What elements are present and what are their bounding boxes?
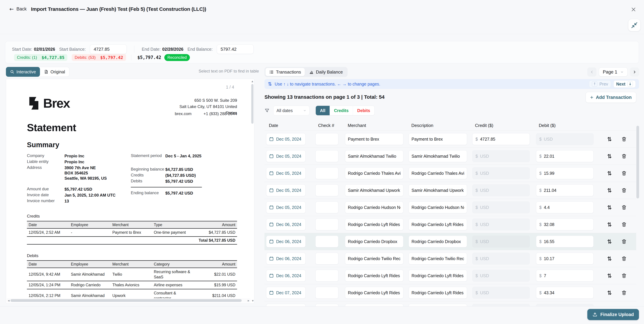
check-number-field[interactable] bbox=[316, 167, 338, 179]
scroll-left-icon[interactable]: ◀ bbox=[7, 299, 10, 302]
debit-field[interactable]: $USD bbox=[536, 304, 594, 306]
date-field[interactable]: Dec 06, 2024 bbox=[266, 236, 306, 248]
scrollbar-thumb[interactable] bbox=[10, 299, 242, 302]
check-number-field[interactable] bbox=[316, 133, 338, 145]
credit-field[interactable]: $USD bbox=[472, 304, 530, 306]
check-number-field[interactable] bbox=[316, 287, 338, 299]
debit-field[interactable]: $43.34 bbox=[536, 287, 594, 299]
description-field[interactable]: Rodrigo Carriedo Lyft Rides bbox=[409, 270, 467, 282]
check-number-field[interactable] bbox=[316, 184, 338, 196]
add-transaction-button[interactable]: + Add Transaction bbox=[586, 92, 636, 103]
date-field[interactable]: Dec 05, 2024 bbox=[266, 150, 306, 162]
date-field[interactable]: Dec 07, 2024 bbox=[266, 287, 306, 299]
delete-transaction-button[interactable] bbox=[620, 221, 628, 228]
date-field[interactable]: Dec 05, 2024 bbox=[266, 201, 306, 213]
credit-field[interactable]: $4727.85 bbox=[472, 133, 530, 145]
debit-field[interactable]: $22.01 bbox=[536, 150, 594, 162]
swap-credit-debit-button[interactable] bbox=[606, 170, 613, 177]
check-number-field[interactable] bbox=[316, 236, 338, 248]
date-filter-dropdown[interactable]: All dates bbox=[273, 106, 310, 115]
delete-transaction-button[interactable] bbox=[620, 255, 628, 262]
check-number-field[interactable] bbox=[316, 253, 338, 265]
filter-all-button[interactable]: All bbox=[316, 106, 330, 115]
next-page-button[interactable] bbox=[630, 67, 639, 76]
swap-credit-debit-button[interactable] bbox=[606, 152, 613, 160]
pdf-viewer[interactable]: 1 / 4 Brex 650 S 500 W. Suite 209 Salt L… bbox=[6, 79, 254, 304]
description-field[interactable]: Samir Almokhamad Upwork bbox=[409, 184, 467, 196]
swap-credit-debit-button[interactable] bbox=[606, 289, 613, 297]
swap-credit-debit-button[interactable] bbox=[606, 221, 613, 228]
scrollbar-thumb[interactable] bbox=[251, 84, 254, 124]
merchant-field[interactable] bbox=[345, 304, 404, 306]
description-field[interactable]: Rodrigo Carriedo Dropbox bbox=[409, 236, 467, 248]
description-field[interactable] bbox=[409, 304, 467, 306]
description-field[interactable]: Samir Almokhamad Twilio bbox=[409, 150, 467, 162]
date-field[interactable]: Dec 06, 2024 bbox=[266, 253, 306, 265]
merchant-field[interactable]: Samir Almokhamad Twilio bbox=[345, 150, 404, 162]
scrollbar-thumb[interactable] bbox=[636, 126, 639, 198]
tab-transactions[interactable]: Transactions bbox=[266, 68, 305, 76]
delete-transaction-button[interactable] bbox=[620, 135, 628, 143]
merchant-field[interactable]: Rodrigo Carriedo Lyft Rides bbox=[345, 219, 404, 230]
swap-credit-debit-button[interactable] bbox=[606, 187, 613, 194]
merchant-field[interactable]: Rodrigo Carriedo Thales Avionics bbox=[345, 167, 404, 179]
credit-field[interactable]: $USD bbox=[472, 201, 530, 213]
merchant-field[interactable]: Rodrigo Carriedo Hudson News bbox=[345, 201, 404, 213]
check-number-field[interactable] bbox=[316, 270, 338, 282]
pdf-vertical-scrollbar[interactable]: ▲ bbox=[251, 80, 254, 297]
debit-field[interactable]: $10.17 bbox=[536, 253, 594, 265]
date-field[interactable]: Dec 05, 2024 bbox=[266, 167, 306, 179]
close-button[interactable] bbox=[630, 6, 637, 13]
credit-field[interactable]: $USD bbox=[472, 184, 530, 196]
merchant-field[interactable]: Rodrigo Carriedo Lyft Rides bbox=[345, 270, 404, 282]
scroll-down-icon[interactable]: ▼ bbox=[252, 300, 254, 302]
merchant-field[interactable]: Payment to Brex bbox=[345, 133, 404, 145]
swap-credit-debit-button[interactable] bbox=[606, 238, 613, 245]
prev-transaction-button[interactable]: ↑ Prev bbox=[589, 80, 611, 88]
delete-transaction-button[interactable] bbox=[620, 152, 628, 160]
pdf-horizontal-scrollbar[interactable]: ◀ ▶ bbox=[7, 298, 250, 303]
description-field[interactable]: Rodrigo Carriedo Hudson News bbox=[409, 201, 467, 213]
delete-transaction-button[interactable] bbox=[620, 238, 628, 245]
credit-field[interactable]: $USD bbox=[472, 167, 530, 179]
delete-transaction-button[interactable] bbox=[620, 170, 628, 177]
swap-credit-debit-button[interactable] bbox=[606, 255, 613, 262]
swap-credit-debit-button[interactable] bbox=[606, 272, 613, 279]
merchant-field[interactable]: Rodrigo Carriedo Twilio Rec bbox=[345, 253, 404, 265]
start-date-value[interactable]: 02/01/2026 bbox=[34, 47, 55, 52]
merchant-field[interactable]: Rodrigo Carriedo Lyft Rides bbox=[345, 287, 404, 299]
tab-daily-balance[interactable]: Daily Balance bbox=[306, 68, 346, 76]
delete-transaction-button[interactable] bbox=[620, 187, 628, 194]
credit-field[interactable]: $USD bbox=[472, 150, 530, 162]
check-number-field[interactable] bbox=[316, 304, 338, 306]
scroll-right-icon[interactable]: ▶ bbox=[247, 299, 250, 302]
transactions-vertical-scrollbar[interactable] bbox=[636, 121, 639, 305]
debit-field[interactable]: $211.04 bbox=[536, 184, 594, 196]
description-field[interactable]: Rodrigo Carriedo Thales Avionics bbox=[409, 167, 467, 179]
check-number-field[interactable] bbox=[316, 150, 338, 162]
debit-field[interactable]: $7 bbox=[536, 270, 594, 282]
debit-field[interactable]: $16.55 bbox=[536, 236, 594, 248]
filter-credits-button[interactable]: Credits bbox=[330, 106, 353, 115]
debit-field[interactable]: $15.99 bbox=[536, 167, 594, 179]
start-balance-input[interactable]: 4727.85 bbox=[90, 44, 127, 54]
date-field[interactable] bbox=[266, 304, 306, 306]
end-date-value[interactable]: 02/28/2026 bbox=[162, 47, 184, 52]
debit-field[interactable]: $32.08 bbox=[536, 219, 594, 230]
page-select-dropdown[interactable]: Page 1 bbox=[599, 67, 628, 76]
original-view-button[interactable]: Original bbox=[38, 67, 69, 77]
merchant-field[interactable]: Rodrigo Carriedo Dropbox bbox=[345, 236, 404, 248]
delete-transaction-button[interactable] bbox=[620, 289, 628, 297]
description-field[interactable]: Payment to Brex bbox=[409, 133, 467, 145]
swap-credit-debit-button[interactable] bbox=[606, 204, 613, 211]
description-field[interactable]: Rodrigo Carriedo Lyft Rides bbox=[409, 287, 467, 299]
credit-field[interactable]: $USD bbox=[472, 236, 530, 248]
date-field[interactable]: Dec 06, 2024 bbox=[266, 270, 306, 282]
check-number-field[interactable] bbox=[316, 219, 338, 230]
date-field[interactable]: Dec 06, 2024 bbox=[266, 219, 306, 230]
next-transaction-button[interactable]: Next ↓ bbox=[613, 80, 636, 88]
debit-field[interactable]: $USD bbox=[536, 133, 594, 145]
credit-field[interactable]: $USD bbox=[472, 253, 530, 265]
credit-field[interactable]: $USD bbox=[472, 270, 530, 282]
finalize-upload-button[interactable]: Finalize Upload bbox=[587, 309, 639, 320]
